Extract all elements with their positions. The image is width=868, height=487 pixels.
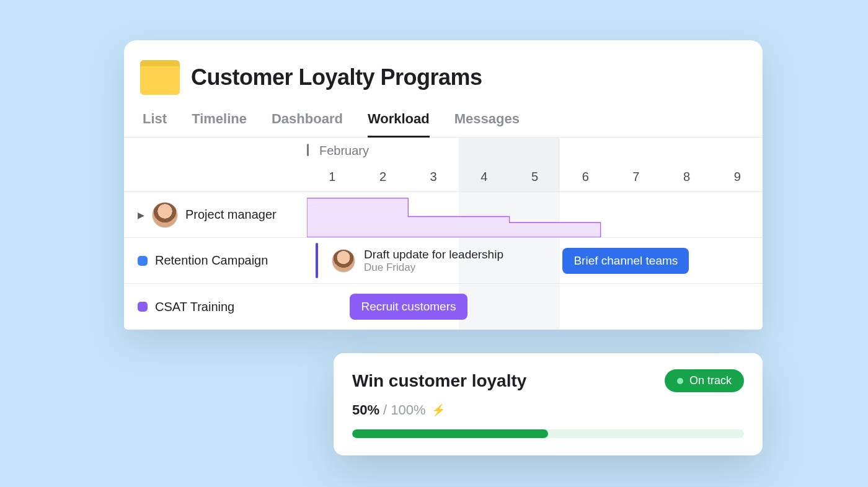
row-csat-training: CSAT Training Recruit customers [124, 284, 763, 330]
row-retention-campaign: Retention Campaign Draft update for lead… [124, 238, 763, 284]
day-label: 2 [379, 170, 386, 184]
task-priority-bar [316, 243, 318, 278]
row-label-retention[interactable]: Retention Campaign [124, 238, 307, 283]
workload-area [307, 192, 763, 237]
day-label: 7 [632, 170, 639, 184]
avatar [152, 202, 178, 228]
progress-bar-fill [352, 429, 548, 438]
task-brief-teams[interactable]: Brief channel teams [562, 248, 689, 274]
bolt-icon: ⚡ [432, 403, 445, 417]
status-badge[interactable]: On track [665, 369, 744, 392]
project-name: CSAT Training [155, 300, 234, 314]
card-header: Customer Loyalty Programs [124, 40, 763, 107]
tab-timeline[interactable]: Timeline [192, 107, 247, 137]
task-draft-update[interactable]: Draft update for leadership Due Friday [316, 243, 503, 278]
tab-dashboard[interactable]: Dashboard [272, 107, 343, 137]
goal-title: Win customer loyalty [352, 371, 526, 391]
row-label-csat[interactable]: CSAT Training [124, 284, 307, 330]
project-color-dot [138, 302, 148, 312]
status-dot-icon [677, 378, 683, 384]
day-label: 3 [430, 170, 437, 184]
workload-card: Customer Loyalty Programs List Timeline … [124, 40, 763, 330]
day-label: 1 [329, 170, 335, 184]
task-title: Draft update for leadership [364, 248, 503, 261]
month-tick [307, 144, 309, 156]
day-label: 6 [582, 170, 589, 184]
tab-workload[interactable]: Workload [368, 107, 430, 137]
task-due: Due Friday [364, 261, 503, 274]
status-text: On track [689, 374, 732, 387]
goal-separator: / [383, 402, 387, 418]
task-recruit-customers[interactable]: Recruit customers [350, 294, 467, 320]
tab-messages[interactable]: Messages [454, 107, 520, 137]
goal-total: 100% [391, 402, 425, 418]
person-role: Project manager [185, 208, 277, 222]
day-label: 5 [531, 170, 538, 184]
project-color-dot [138, 256, 148, 266]
day-label: 8 [683, 170, 690, 184]
progress-bar [352, 429, 744, 438]
page-title: Customer Loyalty Programs [191, 64, 482, 90]
tab-list[interactable]: List [143, 107, 167, 137]
view-tabs: List Timeline Dashboard Workload Message… [124, 107, 763, 138]
day-label: 4 [480, 170, 487, 184]
folder-icon [140, 60, 180, 95]
day-label: 9 [734, 170, 741, 184]
row-project-manager: ▶ Project manager [124, 192, 763, 238]
goal-card: Win customer loyalty On track 50% / 100%… [334, 353, 763, 455]
chevron-right-icon[interactable]: ▶ [138, 210, 144, 220]
goal-progress-text: 50% / 100% ⚡ [352, 402, 744, 418]
project-name: Retention Campaign [155, 253, 268, 268]
goal-current: 50% [352, 402, 379, 418]
weekend-shade [459, 284, 560, 330]
avatar [332, 249, 355, 273]
timeline-header: February 1 2 3 4 5 6 7 8 9 [124, 138, 763, 192]
row-label-project-manager[interactable]: ▶ Project manager [124, 192, 307, 237]
